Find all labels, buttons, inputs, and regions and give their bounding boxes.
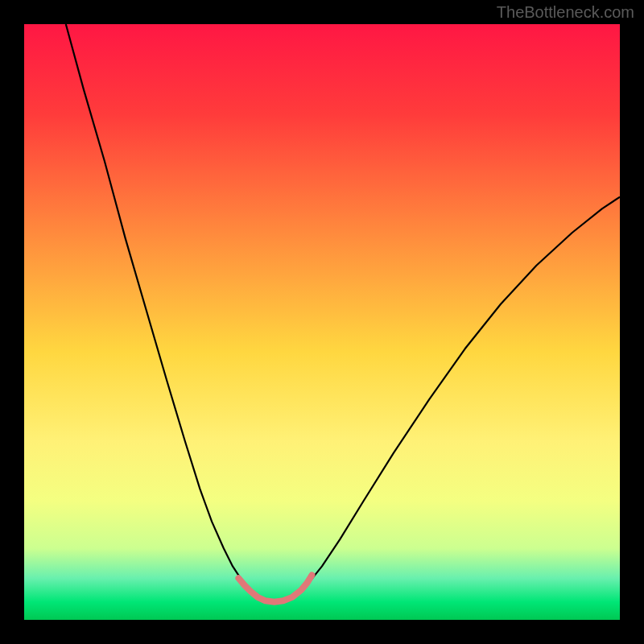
watermark-text: TheBottleneck.com — [497, 3, 634, 22]
chart-canvas — [24, 24, 620, 620]
gradient-background — [24, 24, 620, 620]
chart-svg — [24, 24, 620, 620]
